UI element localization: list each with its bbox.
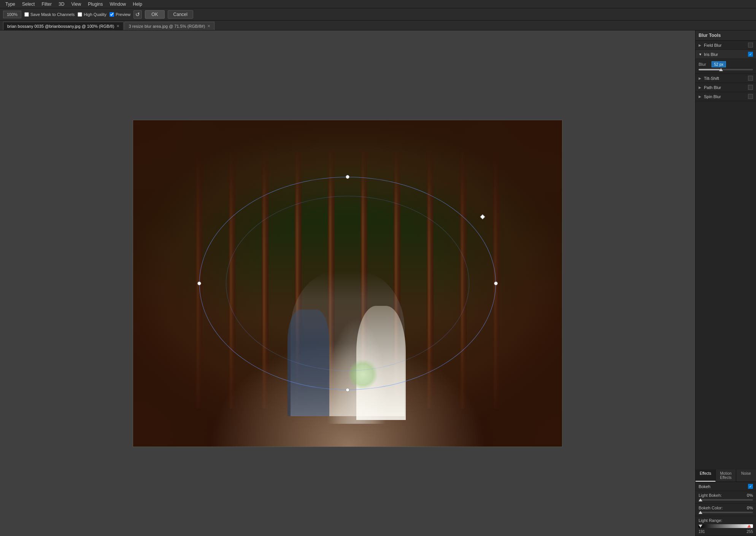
bokeh-color-header: Bokeh Color: 0% [699,506,753,510]
menu-type[interactable]: Type [2,1,18,8]
tab-2[interactable]: 3 resize blur area.jpg @ 71.5% (RGB/8#) … [124,22,214,30]
preview-checkbox[interactable] [110,12,114,17]
blur-control: Blur [696,59,756,74]
effects-tabs: Effects Motion Effects Noise [696,469,756,482]
high-quality-checkbox[interactable] [78,12,82,17]
save-mask-checkbox[interactable] [24,12,29,17]
save-mask-checkbox-group: Save Mask to Channels [24,12,75,17]
blur-value-input[interactable] [712,61,726,67]
save-mask-label: Save Mask to Channels [30,12,75,17]
main-layout: Blur Tools ▶ Field Blur ▼ Iris Blur Blur [0,30,756,536]
menu-select[interactable]: Select [19,1,38,8]
spin-blur-arrow: ▶ [699,95,702,99]
path-blur-item[interactable]: ▶ Path Blur [696,83,756,92]
bouquet [348,359,378,390]
menu-plugins[interactable]: Plugins [85,1,106,8]
tab-1-close[interactable]: ✕ [116,24,119,28]
tilt-shift-arrow: ▶ [699,76,702,80]
iris-blur-item[interactable]: ▼ Iris Blur [696,50,756,59]
preview-label: Preview [116,12,130,17]
bokeh-header[interactable]: Bokeh [696,482,756,491]
effects-tab-motion[interactable]: Motion Effects [716,469,736,482]
handle-top[interactable] [346,175,349,179]
preview-checkbox-group: Preview [110,12,130,17]
light-bokeh-thumb[interactable] [699,498,702,501]
blur-tools-header: Blur Tools [696,30,756,41]
light-bokeh-slider[interactable] [699,499,753,501]
iris-blur-label: Iris Blur [704,52,746,57]
spin-blur-checkbox[interactable] [748,94,753,99]
menu-help[interactable]: Help [130,1,145,8]
blur-label: Blur [699,62,710,67]
menu-window[interactable]: Window [107,1,129,8]
photo-canvas [133,120,562,447]
blur-row: Blur [699,61,753,67]
cancel-button[interactable]: Cancel [168,10,193,19]
light-range-left-thumb[interactable] [699,525,702,528]
field-blur-item[interactable]: ▶ Field Blur [696,41,756,50]
blur-slider-fill [699,69,720,70]
tab-2-label: 3 resize blur area.jpg @ 71.5% (RGB/8#) [129,24,205,29]
ok-button[interactable]: OK [145,10,164,19]
zoom-input[interactable] [3,11,21,18]
toolbar: Save Mask to Channels High Quality Previ… [0,8,756,21]
handle-right[interactable] [494,282,498,285]
tilt-shift-checkbox[interactable] [748,76,753,81]
handle-bottom[interactable] [346,388,349,392]
bokeh-checkbox[interactable] [748,484,753,489]
path-blur-label: Path Blur [704,85,746,90]
menu-view[interactable]: View [68,1,84,8]
high-quality-checkbox-group: High Quality [78,12,106,17]
groom-suit [287,310,329,416]
bokeh-color-label: Bokeh Color: [699,506,723,510]
light-bokeh-item: Light Bokeh: 0% [696,491,756,504]
bokeh-color-thumb[interactable] [699,511,702,514]
light-bokeh-header: Light Bokeh: 0% [699,493,753,498]
tab-1[interactable]: brian bossany 0035 @brianbossany.jpg @ 1… [3,22,124,30]
light-bokeh-value: 0% [747,493,753,498]
path-blur-checkbox[interactable] [748,85,753,90]
tilt-shift-item[interactable]: ▶ Tilt-Shift [696,74,756,83]
menu-3d[interactable]: 3D [56,1,67,8]
field-blur-arrow: ▶ [699,43,702,47]
field-blur-checkbox[interactable] [748,43,753,48]
blur-slider-thumb[interactable] [719,68,723,71]
handle-left[interactable] [197,282,201,285]
bokeh-color-slider[interactable] [699,512,753,513]
blur-slider-track[interactable] [699,69,753,70]
light-range-right-thumb[interactable] [747,525,751,528]
high-quality-label: High Quality [84,12,106,17]
zoom-group [3,11,21,18]
bokeh-color-value: 0% [747,506,753,510]
light-range-label: Light Range: [699,518,753,523]
tab-bar: brian bossany 0035 @brianbossany.jpg @ 1… [0,21,756,30]
range-values: 191 255 [699,530,753,534]
iris-blur-checkbox[interactable] [748,52,753,57]
menu-bar: Type Select Filter 3D View Plugins Windo… [0,0,756,8]
iris-blur-arrow: ▼ [699,52,702,56]
field-blur-label: Field Blur [704,43,746,48]
effects-tab-effects[interactable]: Effects [696,469,716,482]
tab-2-close[interactable]: ✕ [207,24,210,28]
canvas-wrapper [133,120,562,447]
range-max-value: 255 [746,530,753,534]
tab-1-label: brian bossany 0035 @brianbossany.jpg @ 1… [7,24,114,29]
range-min-value: 191 [699,530,705,534]
menu-filter[interactable]: Filter [38,1,55,8]
spin-blur-item[interactable]: ▶ Spin Blur [696,92,756,101]
right-panel: Blur Tools ▶ Field Blur ▼ Iris Blur Blur [695,30,756,536]
light-bokeh-label: Light Bokeh: [699,493,722,498]
spacer [696,101,756,469]
effects-tab-noise[interactable]: Noise [736,469,756,482]
light-range-section: Light Range: 191 255 [696,516,756,536]
bokeh-color-item: Bokeh Color: 0% [696,504,756,516]
spin-blur-label: Spin Blur [704,94,746,99]
bokeh-label: Bokeh [699,484,746,489]
tilt-shift-label: Tilt-Shift [704,76,746,81]
reset-button[interactable]: ↺ [133,10,142,19]
path-blur-arrow: ▶ [699,86,702,89]
light-range-slider[interactable] [699,524,753,528]
canvas-area[interactable] [0,30,695,536]
